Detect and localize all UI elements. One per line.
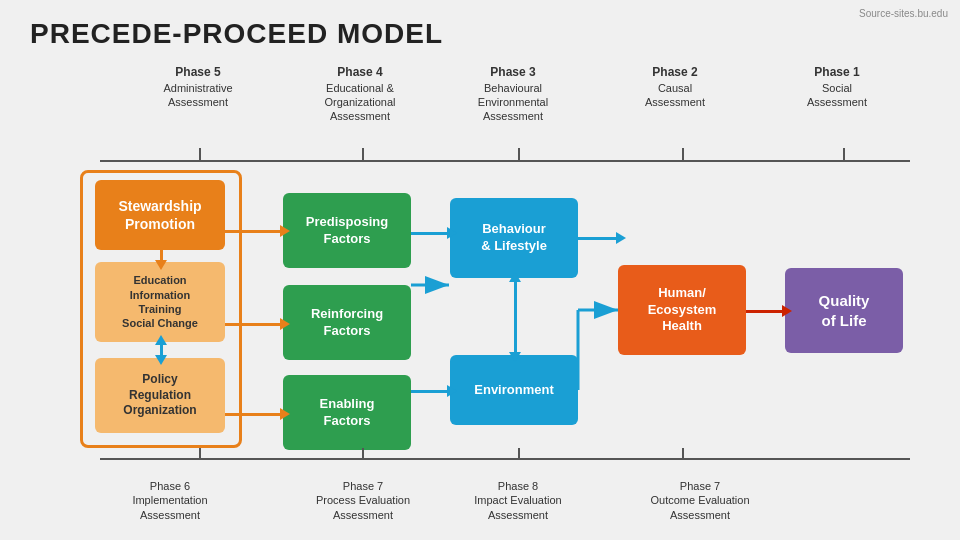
page-title: PRECEDE-PROCEED MODEL	[30, 18, 443, 50]
bottom-line-outcome	[590, 458, 910, 460]
bottom-tick-p8	[518, 448, 520, 460]
bottom-tick-outcome	[682, 448, 684, 460]
education-label: Education Information Training Social Ch…	[122, 273, 198, 330]
phase-7-desc: Process EvaluationAssessment	[316, 494, 410, 520]
phase-5-label: Phase 5 AdministrativeAssessment	[148, 65, 248, 109]
bottom-tick-p6	[199, 448, 201, 460]
watermark: Source-sites.bu.edu	[859, 8, 948, 19]
tick-p2	[682, 148, 684, 160]
phase-1-label: Phase 1 SocialAssessment	[782, 65, 892, 109]
stewardship-label: Stewardship Promotion	[118, 197, 201, 233]
reinforcing-box: Reinforcing Factors	[283, 285, 411, 360]
arrow-beh-human	[578, 237, 618, 240]
phase-3-desc: BehaviouralEnvironmentalAssessment	[478, 82, 548, 123]
environment-label: Environment	[474, 382, 553, 399]
phase-5-num: Phase 5	[175, 65, 220, 79]
phase-4-desc: Educational &OrganizationalAssessment	[325, 82, 396, 123]
bottom-tick-p7	[362, 448, 364, 460]
arrow-beh-env-double	[514, 280, 517, 354]
arrow-enabling-environment	[411, 390, 449, 393]
phase-3-num: Phase 3	[490, 65, 535, 79]
tick-p1	[843, 148, 845, 160]
arrow-policy-enabling	[225, 413, 282, 416]
phase-5-desc: AdministrativeAssessment	[163, 82, 232, 108]
phase-7-label: Phase 7 Process EvaluationAssessment	[298, 479, 428, 522]
policy-label: Policy Regulation Organization	[123, 372, 196, 419]
phase-8-desc: Impact EvaluationAssessment	[474, 494, 561, 520]
arrow-edu-reinforcing	[225, 323, 282, 326]
phase-7-outcome-num: Phase 7	[680, 480, 720, 492]
phase-6-desc: ImplementationAssessment	[132, 494, 207, 520]
phase-7-outcome-label: Phase 7 Outcome EvaluationAssessment	[630, 479, 770, 522]
stewardship-box: Stewardship Promotion	[95, 180, 225, 250]
top-line	[100, 160, 910, 162]
tick-p4	[362, 148, 364, 160]
arrow-stewardship-down	[160, 250, 163, 262]
enabling-box: Enabling Factors	[283, 375, 411, 450]
quality-label: Quality of Life	[819, 291, 870, 330]
predisposing-label: Predisposing Factors	[306, 214, 388, 248]
phase-8-label: Phase 8 Impact EvaluationAssessment	[453, 479, 583, 522]
arrow-edu-policy	[160, 343, 163, 357]
quality-box: Quality of Life	[785, 268, 903, 353]
arrow-human-quality	[746, 310, 784, 313]
phase-7-num: Phase 7	[343, 480, 383, 492]
tick-p5	[199, 148, 201, 160]
environment-box: Environment	[450, 355, 578, 425]
behaviour-label: Behaviour & Lifestyle	[481, 221, 547, 255]
arrow-reinforcing-behaviour-svg	[411, 238, 461, 328]
human-box: Human/ Ecosystem Health	[618, 265, 746, 355]
phase-4-label: Phase 4 Educational &OrganizationalAsses…	[300, 65, 420, 123]
tick-p3	[518, 148, 520, 160]
phase-4-num: Phase 4	[337, 65, 382, 79]
phase-3-label: Phase 3 BehaviouralEnvironmentalAssessme…	[453, 65, 573, 123]
phase-6-label: Phase 6 ImplementationAssessment	[115, 479, 225, 522]
education-box: Education Information Training Social Ch…	[95, 262, 225, 342]
arrow-env-human-svg	[578, 295, 628, 395]
phase-7-outcome-desc: Outcome EvaluationAssessment	[650, 494, 749, 520]
phase-8-num: Phase 8	[498, 480, 538, 492]
phase-1-num: Phase 1	[814, 65, 859, 79]
policy-box: Policy Regulation Organization	[95, 358, 225, 433]
arrow-predisposing-behaviour	[411, 232, 449, 235]
phase-2-num: Phase 2	[652, 65, 697, 79]
enabling-label: Enabling Factors	[320, 396, 375, 430]
predisposing-box: Predisposing Factors	[283, 193, 411, 268]
human-label: Human/ Ecosystem Health	[648, 285, 717, 336]
phase-2-desc: CausalAssessment	[645, 82, 705, 108]
behaviour-box: Behaviour & Lifestyle	[450, 198, 578, 278]
phase-1-desc: SocialAssessment	[807, 82, 867, 108]
reinforcing-label: Reinforcing Factors	[311, 306, 383, 340]
phase-2-label: Phase 2 CausalAssessment	[620, 65, 730, 109]
arrow-edu-predisposing	[225, 230, 282, 233]
phase-6-num: Phase 6	[150, 480, 190, 492]
